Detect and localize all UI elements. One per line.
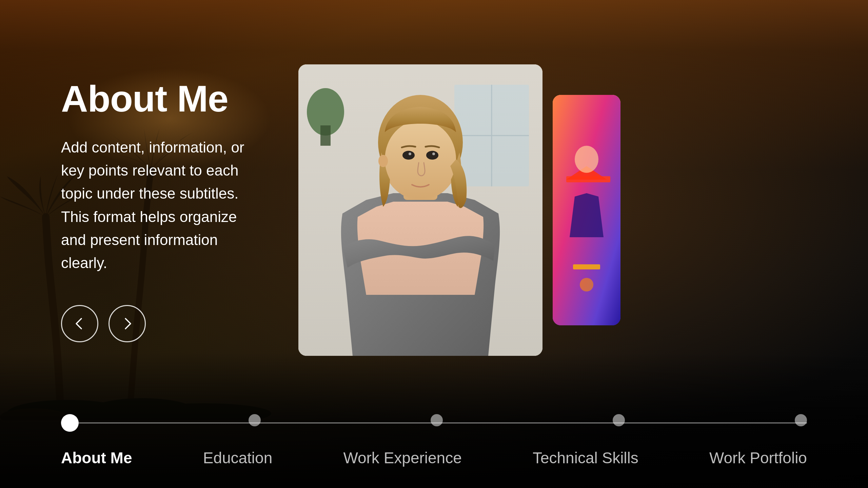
slide-area: About Me Add content, information, or ke… [0,0,868,393]
dot-work-experience[interactable] [431,414,443,426]
nav-label-work-experience[interactable]: Work Experience [343,449,461,467]
bottom-nav: About Me Education Work Experience Techn… [0,393,868,488]
svg-rect-10 [320,125,331,146]
left-panel: About Me Add content, information, or ke… [61,78,271,342]
slide-body: Add content, information, or key points … [61,136,258,274]
next-button[interactable] [108,305,146,342]
svg-point-17 [409,152,411,155]
svg-point-23 [575,146,598,173]
nav-label-work-portfolio[interactable]: Work Portfolio [709,449,807,467]
dot-work-portfolio[interactable] [795,414,807,426]
content: About Me Add content, information, or ke… [0,0,868,488]
dot-about-me[interactable] [61,414,79,432]
svg-point-18 [432,152,435,155]
nav-labels: About Me Education Work Experience Techn… [61,449,807,467]
second-photo-card [553,95,620,325]
svg-point-15 [402,151,415,160]
main-photo-card [298,64,542,356]
dot-technical-skills[interactable] [613,414,625,426]
svg-point-16 [426,151,438,160]
image-area [298,64,807,356]
svg-point-19 [378,155,388,167]
nav-label-technical-skills[interactable]: Technical Skills [533,449,638,467]
progress-track [61,414,807,432]
nav-label-about-me[interactable]: About Me [61,449,132,467]
track-dots [61,414,807,432]
svg-rect-24 [573,264,600,269]
slide-title: About Me [61,78,271,119]
navigation-buttons [61,305,271,342]
prev-button[interactable] [61,305,98,342]
nav-label-education[interactable]: Education [203,449,273,467]
svg-point-25 [580,278,593,291]
dot-education[interactable] [249,414,261,426]
